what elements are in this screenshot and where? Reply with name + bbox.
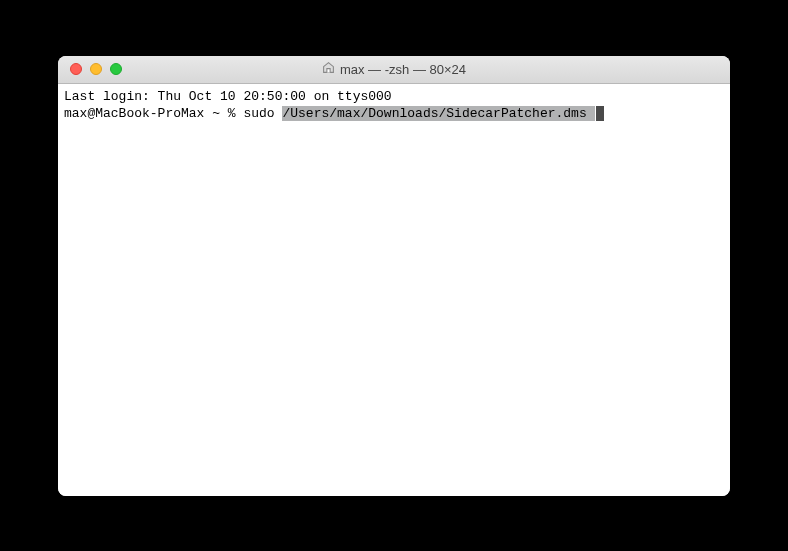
- maximize-button[interactable]: [110, 63, 122, 75]
- home-icon: [322, 61, 335, 77]
- window-title: max — -zsh — 80×24: [58, 61, 730, 77]
- titlebar[interactable]: max — -zsh — 80×24: [58, 56, 730, 84]
- terminal-window: max — -zsh — 80×24 Last login: Thu Oct 1…: [58, 56, 730, 496]
- traffic-lights: [58, 63, 122, 75]
- cursor: [596, 106, 604, 121]
- highlighted-path: /Users/max/Downloads/SidecarPatcher.dms: [282, 106, 594, 121]
- last-login-line: Last login: Thu Oct 10 20:50:00 on ttys0…: [64, 88, 724, 106]
- terminal-body[interactable]: Last login: Thu Oct 10 20:50:00 on ttys0…: [58, 84, 730, 496]
- minimize-button[interactable]: [90, 63, 102, 75]
- prompt-text: max@MacBook-ProMax ~ %: [64, 106, 243, 121]
- command-prefix: sudo: [243, 106, 282, 121]
- window-title-text: max — -zsh — 80×24: [340, 62, 466, 77]
- prompt-line: max@MacBook-ProMax ~ % sudo /Users/max/D…: [64, 105, 724, 123]
- close-button[interactable]: [70, 63, 82, 75]
